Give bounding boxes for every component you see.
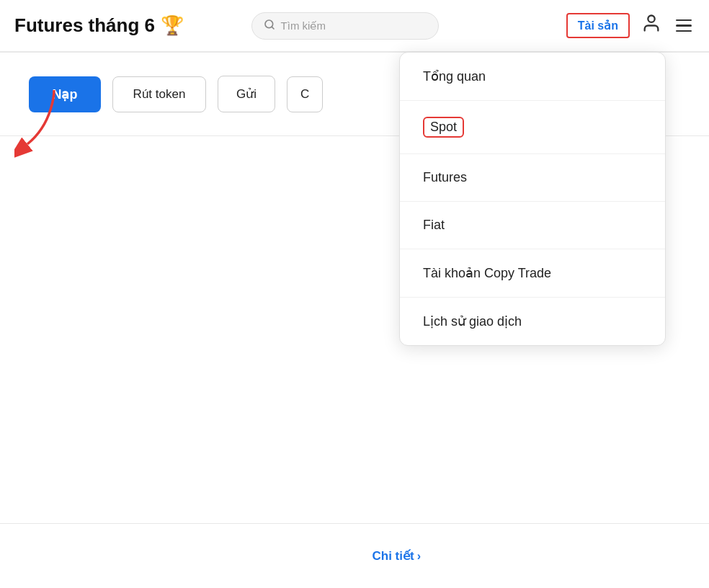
gui-button[interactable]: Gửi (218, 76, 275, 112)
page-title: Futures tháng 6 🏆 (14, 14, 187, 37)
dropdown-overlay: Tổng quan Spot Futures Fiat Tài khoản Co… (399, 52, 666, 346)
dropdown-item-futures[interactable]: Futures (400, 154, 665, 202)
search-placeholder: Tìm kiếm (281, 19, 326, 32)
dropdown-item-spot[interactable]: Spot (400, 101, 665, 154)
dropdown-item-fiat[interactable]: Fiat (400, 202, 665, 249)
footer-section: Chi tiết › (0, 523, 709, 588)
chevron-icon: › (417, 550, 421, 563)
tai-san-button[interactable]: Tài sản (566, 13, 630, 38)
dropdown-item-lich-su[interactable]: Lịch sử giao dịch (400, 298, 665, 345)
search-bar[interactable]: Tìm kiếm (251, 12, 439, 40)
search-icon (264, 19, 275, 33)
header: Futures tháng 6 🏆 Tìm kiếm Tài sản (0, 0, 709, 52)
rut-token-button[interactable]: Rút token (112, 76, 206, 112)
svg-line-1 (272, 27, 274, 29)
c-button[interactable]: C (287, 76, 323, 112)
spot-box: Spot (423, 117, 464, 138)
menu-icon[interactable] (673, 15, 695, 37)
dropdown-item-tong-quan[interactable]: Tổng quan (400, 53, 665, 101)
red-arrow (14, 83, 72, 162)
user-icon[interactable] (641, 13, 661, 38)
chi-tiet-link[interactable]: Chi tiết › (373, 548, 421, 564)
title-text: Futures tháng 6 (14, 14, 155, 37)
dropdown-item-copy-trade[interactable]: Tài khoản Copy Trade (400, 249, 665, 298)
trophy-icon: 🏆 (161, 14, 184, 37)
header-right: Tài sản (566, 13, 695, 38)
svg-point-2 (648, 16, 654, 22)
